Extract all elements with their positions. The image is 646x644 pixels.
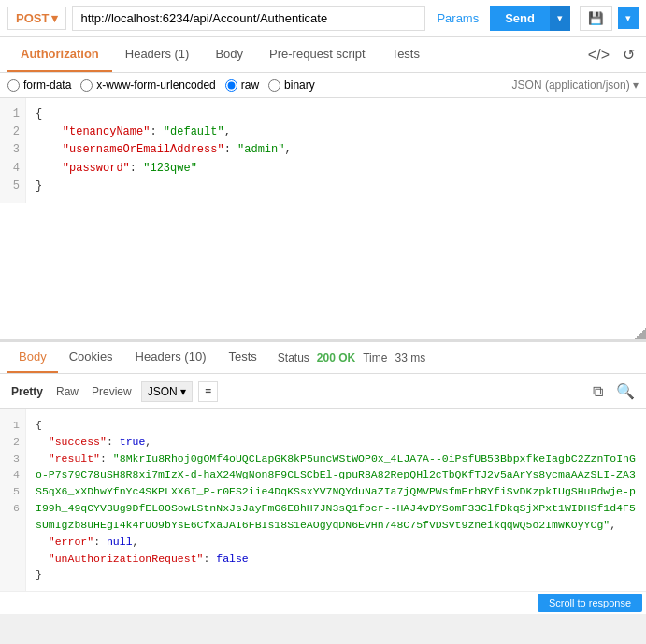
response-code-area[interactable]: 123456 { "success": true, "result": "8Mk… [0,409,646,591]
radio-binary[interactable]: binary [268,79,315,92]
send-dropdown-button[interactable]: ▾ [550,6,570,31]
send-button[interactable]: Send [490,6,550,31]
request-line-numbers: 12345 [0,98,26,203]
code-content: 12345 { "tenancyName": "default", "usern… [0,98,646,203]
url-input[interactable] [72,6,425,31]
tab-pre-request[interactable]: Pre-request script [256,37,379,72]
format-preview-btn[interactable]: Preview [88,383,136,400]
radio-raw[interactable]: raw [225,79,259,92]
response-content: 123456 { "success": true, "result": "8Mk… [0,409,646,591]
radio-urlencoded[interactable]: x-www-form-urlencoded [80,79,215,92]
response-line-numbers: 123456 [0,409,26,591]
status-label: Status [278,351,309,365]
radio-form-data-input[interactable] [7,79,20,92]
request-code-lines: { "tenancyName": "default", "usernameOrE… [26,98,646,203]
more-button[interactable]: ▾ [618,7,639,29]
method-chevron: ▾ [51,11,58,25]
save-icon: 💾 [588,11,604,25]
radio-form-data[interactable]: form-data [7,79,71,92]
time-label: Time [363,351,387,365]
top-bar: POST ▾ Params Send ▾ 💾 ▾ [0,0,646,37]
radio-binary-input[interactable] [268,79,280,92]
scroll-to-response-btn[interactable]: Scroll to response [538,594,642,612]
method-label: POST [16,11,49,25]
refresh-icon-button[interactable]: ↺ [619,42,639,67]
scroll-bar-area: Scroll to response [0,591,646,614]
json-type-select[interactable]: JSON (application/json) ▾ [512,79,639,92]
resp-tab-headers[interactable]: Headers (10) [124,342,218,373]
tab-body[interactable]: Body [202,37,256,72]
time-value: 33 ms [395,351,425,365]
send-btn-group: Send ▾ [490,6,570,31]
format-options-bar: Pretty Raw Preview JSON ▾ ≡ ⧉ 🔍 [0,374,646,409]
resize-handle[interactable] [635,328,646,339]
copy-response-btn[interactable]: ⧉ [589,379,607,404]
format-pretty-btn[interactable]: Pretty [7,383,47,400]
radio-raw-input[interactable] [225,79,237,92]
wrap-icon-btn[interactable]: ≡ [198,381,218,402]
tab-authorization[interactable]: Authorization [7,37,112,72]
body-options-bar: form-data x-www-form-urlencoded raw bina… [0,73,646,98]
resp-tab-body[interactable]: Body [7,342,58,373]
status-value: 200 OK [317,351,355,365]
resp-tab-cookies[interactable]: Cookies [58,342,124,373]
response-tabs: Body Cookies Headers (10) Tests Status 2… [0,342,646,374]
response-code-lines: { "success": true, "result": "8MkrIu8Rho… [26,409,646,591]
tab-headers[interactable]: Headers (1) [112,37,203,72]
params-button[interactable]: Params [431,7,484,29]
status-area: Status 200 OK Time 33 ms [278,351,425,365]
save-button[interactable]: 💾 [580,6,612,31]
search-response-btn[interactable]: 🔍 [612,379,639,404]
tab-icons: </> ↺ [584,42,639,67]
format-raw-btn[interactable]: Raw [52,383,82,400]
response-json-select[interactable]: JSON ▾ [141,381,193,402]
method-selector[interactable]: POST ▾ [7,7,66,30]
response-section: Body Cookies Headers (10) Tests Status 2… [0,341,646,614]
request-tabs: Authorization Headers (1) Body Pre-reque… [0,37,646,73]
resp-tab-tests[interactable]: Tests [217,342,267,373]
tab-tests[interactable]: Tests [379,37,433,72]
request-code-editor[interactable]: 12345 { "tenancyName": "default", "usern… [0,98,646,341]
code-icon-button[interactable]: </> [584,42,613,67]
radio-urlencoded-input[interactable] [80,79,93,92]
